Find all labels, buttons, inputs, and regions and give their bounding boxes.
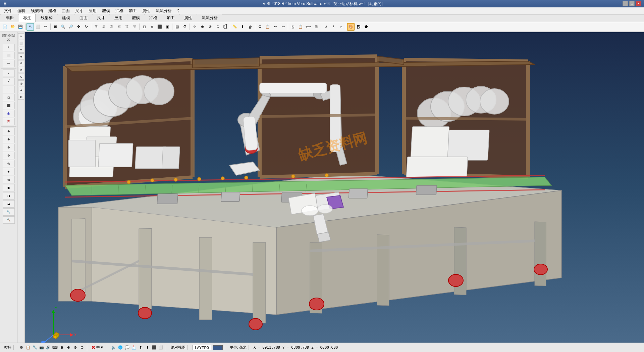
tb-filter[interactable]: ⚗ [181,23,189,31]
tray-icon-1[interactable]: 🔈 [111,345,117,351]
status-icon-9[interactable]: ⊘ [72,345,78,351]
lb-surface[interactable]: ◻ [3,94,15,101]
tb-view-back[interactable]: 后 [100,23,107,31]
tab-die[interactable]: 冲模 [145,14,162,22]
tb-select[interactable]: ↖ [26,23,34,31]
tb-layer[interactable]: ▤ [173,23,181,31]
tb-shaded[interactable]: ⬛ [156,23,163,31]
tb-box-select[interactable]: ⬜ [34,23,42,31]
tab-attribute[interactable]: 属性 [180,14,197,22]
menu-edit[interactable]: 编辑 [15,7,28,14]
lt2-btn2[interactable]: ⬜ [18,40,24,46]
status-icon-4[interactable]: 📷 [39,345,45,351]
lt2-btn5[interactable]: ⊗ [18,60,24,66]
lb-solid[interactable]: ⬛ [3,102,15,109]
tb-free-select[interactable]: ✏ [42,23,49,31]
lb-tool3[interactable]: ⊘ [3,144,15,151]
tb-redo[interactable]: ↪ [279,23,287,31]
tb-view-right[interactable]: 右 [115,23,123,31]
lb-tool10[interactable]: ◒ [3,200,15,208]
menu-flow-analysis[interactable]: 流流分析 [153,7,174,14]
lb-select-all[interactable]: ↖ [3,44,15,51]
tb-open[interactable]: 📂 [9,23,16,31]
menu-dimension[interactable]: 尺寸 [72,7,86,14]
tray-icon-8[interactable]: ⬜ [158,345,164,351]
lb-tool6[interactable]: ◈ [3,168,15,175]
tray-icon-3[interactable]: 💬 [124,345,130,351]
lb-none[interactable]: 无 [3,118,15,125]
tb-delete[interactable]: 🗑 [247,23,254,31]
tb-snap-midpoint[interactable]: ⊗ [206,23,214,31]
lt2-btn10[interactable]: ◍ [18,94,24,100]
tab-mold[interactable]: 塑模 [127,14,144,22]
tab-wireframe[interactable]: 线架构 [36,14,57,22]
tb-view-left[interactable]: 左 [108,23,115,31]
lb-tool2[interactable]: ⊗ [3,136,15,143]
lt2-btn9[interactable]: ◈ [18,87,24,93]
lt2-btn3[interactable]: ✏ [18,47,24,53]
tb-copy[interactable]: ⎘ [289,23,297,31]
status-icon-5[interactable]: 🔊 [45,345,51,351]
status-icon-3[interactable]: 🔧 [32,345,38,351]
tb-measure[interactable]: 📏 [231,23,238,31]
status-icon-1[interactable]: ⚙ [18,345,24,351]
tb-boolean-int[interactable]: ∩ [337,23,345,31]
lb-point[interactable]: · [3,70,15,77]
tb-boolean-sub[interactable]: ∖ [330,23,337,31]
lb-tool9[interactable]: ◑ [3,192,15,200]
status-icon-8[interactable]: ⊗ [65,345,71,351]
tray-icon-6[interactable]: ⬇ [144,345,150,351]
lt2-btn8[interactable]: ◎ [18,80,24,86]
menu-mold[interactable]: 塑模 [99,7,113,14]
tb-undo[interactable]: ↩ [272,23,279,31]
lb-tool8[interactable]: ◐ [3,184,15,191]
tb-wireframe-mode[interactable]: ◻ [141,23,148,31]
lb-tool1[interactable]: ⊕ [3,128,15,135]
tab-annotation[interactable]: 标注 [19,14,36,22]
tb-snap-end[interactable]: ⊙ [214,23,221,31]
lt2-btn4[interactable]: ⊕ [18,53,24,59]
tray-icon-5[interactable]: ⬆ [138,345,144,351]
tb-zoom-all[interactable]: ⊞ [52,23,59,31]
menu-file[interactable]: 文件 [1,7,15,14]
tb-hidden-line[interactable]: ◈ [148,23,156,31]
tb-render[interactable]: 🎨 [347,23,355,31]
tb-save[interactable]: 💾 [17,23,24,31]
status-icon-7[interactable]: ⊕ [59,345,65,351]
lb-tool5[interactable]: ◎ [3,160,15,167]
status-icon-6[interactable]: ⌨ [52,345,58,351]
tb-shaded-edges[interactable]: ▣ [164,23,171,31]
close-button[interactable]: ✕ [636,1,641,6]
restore-button[interactable]: □ [629,1,635,6]
menu-help[interactable]: ? [174,8,182,14]
tb-view-iso[interactable]: 等 [131,23,138,31]
tab-apply[interactable]: 应用 [110,14,127,22]
tray-icon-2[interactable]: 🌐 [117,345,123,351]
tb-array[interactable]: ⊞ [312,23,320,31]
lb-tool12[interactable]: 🔨 [3,216,15,224]
tb-boolean-union[interactable]: ∪ [322,23,329,31]
lb-free[interactable]: ✏ [3,60,15,67]
tab-flow-analysis[interactable]: 流流分析 [197,14,222,22]
menu-model[interactable]: 建模 [46,7,59,14]
menu-wireframe[interactable]: 线架构 [28,7,46,14]
tb-zoom-out[interactable]: 🔎 [67,23,74,31]
minimize-button[interactable]: ─ [623,1,628,6]
layer-color-swatch[interactable] [213,345,223,350]
tb-view-front[interactable]: 前 [92,23,100,31]
layer-badge[interactable]: LAYER0 [193,345,211,350]
tb-history[interactable]: 📋 [264,23,271,31]
lt2-btn7[interactable]: ⊙ [18,74,24,80]
menu-die[interactable]: 冲模 [113,7,126,14]
menu-apply[interactable]: 应用 [86,7,99,14]
lb-line[interactable]: ╱ [3,78,15,85]
main-viewport[interactable]: 缺乏资料网 Y Z X [25,32,644,343]
menu-surface[interactable]: 曲面 [59,7,72,14]
tb-view-top[interactable]: 顶 [123,23,130,31]
tray-icon-4[interactable]: 📩 [131,345,137,351]
tb-zoom-in[interactable]: 🔍 [59,23,67,31]
tb-info[interactable]: ℹ [239,23,246,31]
lb-tool7[interactable]: ◍ [3,176,15,183]
lb-tool4[interactable]: ⊙ [3,152,15,159]
tb-render3[interactable]: ⬟ [363,23,370,31]
